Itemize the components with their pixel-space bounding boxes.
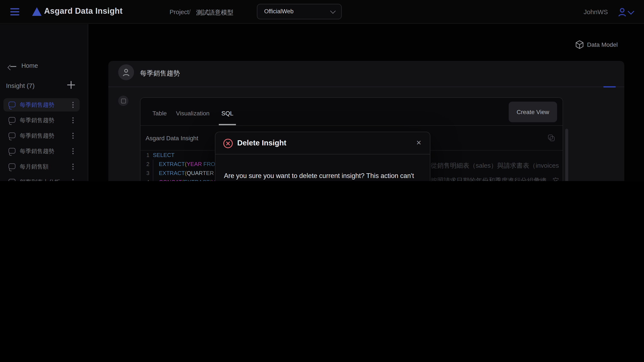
modal-message: Are you sure you want to delete current … (224, 171, 418, 181)
sidebar-home-link[interactable]: Home (0, 61, 88, 72)
user-name: JohnWS (584, 8, 608, 16)
breadcrumb-model[interactable]: 測試語意模型 (196, 9, 233, 17)
home-label: Home (22, 62, 38, 69)
hamburger-menu-icon[interactable] (10, 8, 19, 16)
data-model-label: Data Model (587, 41, 618, 48)
cube-icon (576, 40, 584, 49)
modal-title: Delete Insight (237, 138, 286, 147)
chat-bubble-icon (8, 179, 16, 181)
breadcrumb-project[interactable]: Project (170, 9, 189, 16)
chevron-down-icon (330, 8, 336, 14)
tab-visualization[interactable]: Visualization (176, 110, 210, 117)
chat-bubble-icon (8, 132, 16, 138)
app-root: Asgard Data Insight Project / 測試語意模型 Off… (0, 0, 644, 181)
sidebar-insight-item[interactable]: 顧客別売上分析 (4, 175, 80, 181)
kebab-menu-icon[interactable] (72, 166, 74, 167)
insight-section-label: Insight (7) (6, 82, 34, 89)
insight-item-label: 每季銷售趨勢 (20, 101, 54, 109)
delete-insight-modal: Delete Insight ✕ Are you sure you want t… (215, 132, 430, 181)
insight-item-label: 每季銷售趨勢 (20, 117, 54, 124)
create-view-button[interactable]: Create View (509, 102, 557, 122)
kebab-menu-icon[interactable] (72, 135, 74, 136)
sidebar-insight-item[interactable]: 每季銷售趨勢 (4, 144, 80, 158)
chat-bubble-icon (8, 102, 16, 107)
data-model-button[interactable]: Data Model (576, 40, 584, 50)
insight-item-label: 每季銷售趨勢 (20, 132, 54, 140)
sidebar-insight-item[interactable]: 每季銷售趨勢 (4, 129, 80, 142)
model-select-dropdown[interactable]: OfficialWeb (257, 4, 342, 19)
kebab-menu-icon[interactable] (72, 104, 74, 105)
top-header: Asgard Data Insight Project / 測試語意模型 Off… (0, 0, 644, 24)
accent-indicator (603, 86, 616, 87)
error-circle-icon (223, 138, 233, 150)
indent-guide (153, 159, 153, 181)
chat-bubble-icon (8, 117, 16, 123)
scrollbar-thumb[interactable] (565, 129, 568, 181)
modal-header: Delete Insight ✕ (216, 132, 430, 154)
divider (140, 125, 563, 126)
insight-item-label: 每月銷售額 (20, 163, 48, 171)
conversation-title: 每季銷售趨勢 (140, 69, 180, 78)
insight-list: 每季銷售趨勢每季銷售趨勢每季銷售趨勢每季銷售趨勢每月銷售額顧客別売上分析顧客別の… (4, 98, 80, 181)
user-avatar-icon[interactable] (617, 7, 627, 19)
chat-bubble-icon (8, 163, 16, 169)
user-menu-chevron-icon[interactable] (628, 8, 634, 15)
app-title: Asgard Data Insight (44, 7, 123, 16)
user-avatar (118, 64, 134, 80)
close-icon[interactable]: ✕ (414, 138, 423, 147)
app-logo-icon (32, 7, 42, 16)
insight-item-label: 每季銷售趨勢 (20, 147, 54, 155)
chat-bubble-icon (8, 148, 16, 153)
sql-panel-title: Asgard Data Insight (146, 135, 198, 141)
back-arrow-icon (10, 64, 16, 70)
sidebar-insight-item[interactable]: 每季銷售趨勢 (4, 114, 80, 127)
breadcrumb-separator: / (189, 9, 190, 16)
add-insight-button[interactable] (67, 81, 75, 89)
sidebar-insight-item[interactable]: 每月銷售額 (4, 160, 80, 173)
sidebar: Home Insight (7) 每季銷售趨勢每季銷售趨勢每季銷售趨勢每季銷售趨… (0, 24, 88, 181)
insight-section-header: Insight (7) (0, 81, 88, 91)
tab-sql[interactable]: SQL (222, 110, 233, 117)
copy-icon[interactable] (548, 135, 555, 141)
kebab-menu-icon[interactable] (72, 150, 74, 152)
kebab-menu-icon[interactable] (72, 120, 74, 121)
assistant-avatar-icon (118, 96, 128, 106)
divider (108, 87, 624, 87)
sidebar-insight-item[interactable]: 每季銷售趨勢 (4, 98, 80, 111)
tab-table[interactable]: Table (152, 110, 167, 117)
model-select-value: OfficialWeb (264, 8, 294, 15)
insight-item-label: 顧客別売上分析 (20, 178, 60, 181)
